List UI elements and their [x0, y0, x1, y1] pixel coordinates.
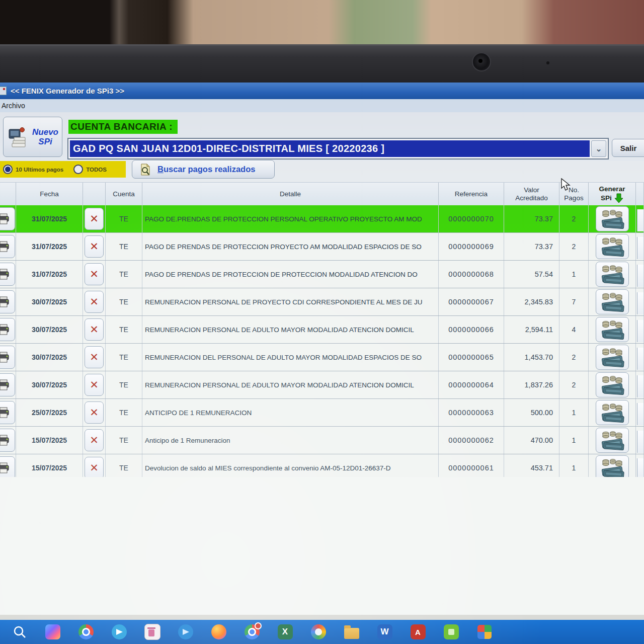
radio-10-ultimos-pagos[interactable] — [3, 165, 13, 174]
generate-spi-money-icon[interactable] — [596, 428, 629, 453]
printer-icon[interactable] — [0, 429, 15, 452]
table-row: 30/07/2025 ✕ TE REMUNERACION DEL PERSONA… — [0, 344, 644, 371]
printer-icon[interactable] — [0, 207, 15, 230]
cell-valor-acreditado: 500.00 — [504, 399, 559, 426]
generate-spi-money-icon[interactable] — [596, 372, 629, 397]
printer-icon[interactable] — [0, 373, 15, 396]
taskbar-firefox-icon[interactable] — [210, 624, 227, 640]
header-fecha[interactable]: Fecha — [16, 183, 83, 206]
generate-spi-money-icon[interactable] — [596, 234, 629, 259]
menu-archivo[interactable]: Archivo — [0, 101, 29, 111]
taskbar-finance-app-icon[interactable] — [443, 624, 459, 640]
cell-no-pagos: 2 — [559, 205, 589, 232]
cell-valor-acreditado: 1,837.26 — [504, 371, 559, 398]
radio-todos[interactable] — [73, 165, 83, 174]
room-background — [0, 0, 644, 48]
taskbar-browser-ring-icon[interactable] — [310, 624, 327, 640]
taskbar-word-icon[interactable]: W — [376, 624, 393, 640]
salir-button[interactable]: Salir — [612, 139, 644, 157]
generate-spi-money-icon[interactable] — [596, 400, 629, 425]
header-generar-spi[interactable]: Generar SPi — [589, 183, 636, 206]
radio-todos-label: TODOS — [86, 167, 107, 173]
printer-icon[interactable] — [0, 263, 15, 286]
mouse-cursor — [560, 178, 572, 191]
extra-button-sliver[interactable] — [637, 431, 643, 453]
app-icon — [0, 87, 7, 95]
row-print-cell — [0, 288, 16, 315]
cell-generar — [589, 371, 636, 398]
extra-button-sliver[interactable] — [637, 265, 643, 287]
menu-bar: Archivo — [0, 99, 644, 113]
printer-icon[interactable] — [0, 346, 15, 369]
nuevo-spi-button[interactable]: Nuevo SPi — [3, 117, 62, 157]
cell-generar — [589, 399, 636, 426]
taskbar-excel-icon[interactable]: X — [277, 624, 293, 640]
taskbar-copilot-icon[interactable] — [44, 624, 61, 640]
cell-delete: ✕ — [83, 261, 106, 288]
delete-x-icon[interactable]: ✕ — [85, 318, 104, 341]
generate-spi-money-icon[interactable] — [596, 317, 629, 342]
extra-button-sliver[interactable] — [637, 237, 643, 259]
nuevo-spi-label-line1: Nuevo — [32, 127, 58, 137]
cell-referencia: 0000000066 — [439, 316, 504, 343]
printer-icon[interactable] — [0, 456, 15, 479]
taskbar-telegram-icon[interactable] — [111, 624, 127, 640]
photo-of-laptop: << FENIX Generador de SPi3 >> Archivo Nu… — [0, 0, 644, 644]
delete-x-icon[interactable]: ✕ — [85, 235, 104, 258]
cell-referencia: 0000000063 — [439, 399, 504, 426]
delete-x-icon[interactable]: ✕ — [85, 401, 104, 424]
printer-icon[interactable] — [0, 290, 15, 313]
delete-x-icon[interactable]: ✕ — [85, 291, 104, 313]
cell-extra — [636, 344, 644, 371]
extra-button-sliver[interactable] — [637, 348, 643, 370]
delete-x-icon[interactable]: ✕ — [85, 374, 104, 396]
generate-spi-money-icon[interactable] — [596, 345, 629, 370]
taskbar-recycle-bin-icon[interactable] — [144, 624, 160, 640]
delete-x-icon[interactable]: ✕ — [85, 457, 104, 479]
cell-referencia: 0000000064 — [439, 371, 504, 398]
cell-delete: ✕ — [83, 371, 106, 398]
generate-spi-money-icon[interactable] — [596, 289, 629, 314]
printer-icon[interactable] — [0, 235, 15, 258]
cell-extra — [636, 233, 644, 260]
extra-button-sliver[interactable] — [637, 403, 643, 425]
delete-x-icon[interactable]: ✕ — [85, 429, 104, 451]
taskbar-search-icon[interactable] — [11, 624, 28, 640]
cell-generar — [589, 205, 636, 232]
printer-icon[interactable] — [0, 401, 15, 424]
buscar-pagos-button[interactable]: Buscar pagos realizados — [132, 160, 275, 179]
header-cuenta[interactable]: Cuenta — [106, 183, 142, 206]
table-row: 31/07/2025 ✕ TE PAGO DE.PRENDAS DE PROTE… — [0, 205, 644, 233]
extra-button-sliver[interactable] — [637, 209, 643, 231]
extra-button-sliver[interactable] — [637, 375, 643, 397]
printer-icon[interactable] — [0, 318, 15, 341]
cell-generar — [589, 316, 636, 343]
taskbar-folder-explorer-icon[interactable] — [343, 624, 360, 640]
table-row: 30/07/2025 ✕ TE REMUNERACION PERSONAL DE… — [0, 288, 644, 316]
extra-button-sliver[interactable] — [637, 292, 643, 314]
cell-fecha: 31/07/2025 — [16, 233, 83, 260]
delete-x-icon[interactable]: ✕ — [85, 346, 104, 368]
delete-x-icon[interactable]: ✕ — [85, 208, 104, 230]
cell-no-pagos: 7 — [559, 288, 589, 315]
taskbar-mail-icon[interactable] — [177, 624, 194, 640]
delete-x-icon[interactable]: ✕ — [85, 263, 104, 285]
taskbar-chrome-icon[interactable] — [77, 624, 94, 640]
row-print-cell — [0, 344, 16, 371]
taskbar-office-icon[interactable] — [476, 624, 493, 640]
header-detalle[interactable]: Detalle — [142, 183, 439, 206]
generate-spi-money-icon[interactable] — [596, 206, 629, 231]
cell-detalle: REMUNERACION PERSONAL DE ADULTO MAYOR MO… — [142, 371, 439, 398]
taskbar-acrobat-icon[interactable]: A — [410, 624, 426, 640]
header-referencia[interactable]: Referencia — [439, 183, 504, 206]
taskbar-chrome-profile-icon[interactable] — [244, 624, 260, 640]
bank-account-select[interactable]: GAD PQ SAN JUAN 12D01-DIREC-DISTRITAL MI… — [67, 138, 609, 159]
new-spi-icon — [7, 125, 30, 148]
header-valor-acreditado[interactable]: Valor Acreditado — [504, 183, 559, 206]
window-titlebar[interactable]: << FENIX Generador de SPi3 >> — [0, 83, 644, 99]
extra-button-sliver[interactable] — [637, 320, 643, 342]
generate-spi-money-icon[interactable] — [596, 262, 629, 287]
cell-valor-acreditado: 73.37 — [504, 233, 559, 260]
header-extra-col — [636, 183, 644, 206]
chevron-down-icon[interactable]: ⌄ — [591, 140, 606, 157]
